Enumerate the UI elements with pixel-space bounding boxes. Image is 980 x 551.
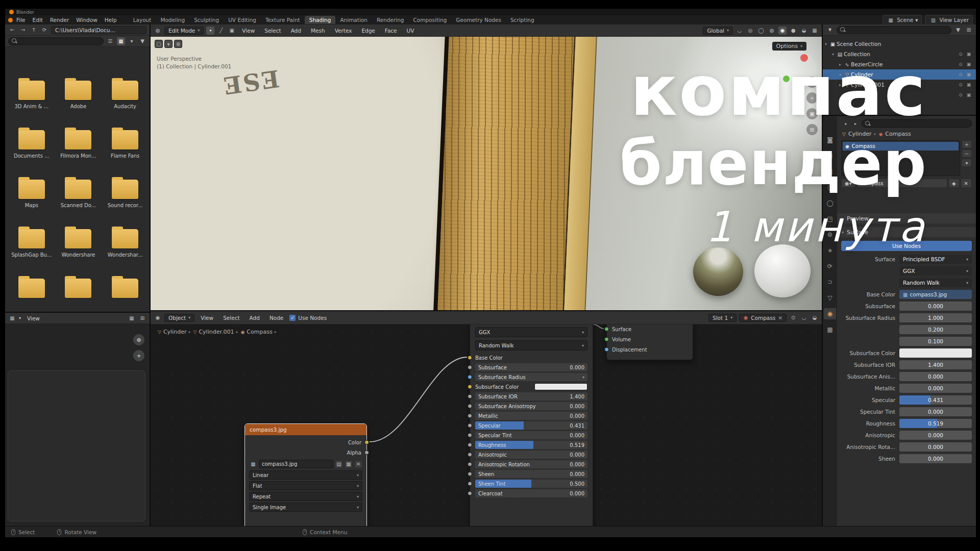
folder-item[interactable]: Scanned Do... — [55, 174, 102, 224]
unpack-icon[interactable]: ▤ — [335, 460, 343, 468]
zoom-icon[interactable]: ⊕ — [133, 334, 144, 345]
socket-dot[interactable] — [604, 347, 609, 352]
expander-icon[interactable]: ▾ — [823, 42, 829, 46]
material-name-field[interactable]: ◉ Compass ✕ — [739, 314, 787, 322]
render-visibility-icon[interactable]: ▣ — [965, 52, 973, 57]
node-input-socket[interactable]: Volume — [612, 334, 688, 344]
bsdf-property-row[interactable]: Anisotropic Rotation 0.000 ▾ — [475, 460, 587, 468]
material-property-row[interactable]: Anisotropic ▦ 0.000 ▾ — [839, 431, 972, 440]
workspace-tab[interactable]: Sculpting — [189, 16, 224, 24]
property-widget[interactable]: ▦ compass3.jpg ▾ — [899, 290, 972, 299]
menubar-menu[interactable]: File — [13, 16, 29, 23]
material-property-row[interactable]: Subsurface Radius ▦ 1.000 ▾ — [839, 313, 972, 322]
property-widget[interactable]: ▦ 1.000 ▾ — [899, 313, 972, 322]
viewport-menu[interactable]: Mesh — [307, 27, 329, 34]
refresh-icon[interactable]: ⟳ — [40, 26, 48, 34]
hide-eye-icon[interactable]: ⊙ — [957, 92, 965, 97]
texture-tab-icon[interactable]: ▦ — [824, 324, 836, 335]
workspace-tab[interactable]: Scripting — [506, 16, 539, 24]
extension-dropdown[interactable]: Repeat▾ — [249, 492, 362, 501]
render-visibility-icon[interactable]: ▣ — [965, 62, 973, 67]
workspace-tab[interactable]: Geometry Nodes — [451, 16, 506, 24]
property-widget[interactable]: ▦ 0.000 ▾ — [899, 384, 972, 393]
bsdf-property-row[interactable]: Metallic 0.000 ▾ — [475, 412, 587, 420]
node-input-socket[interactable]: Surface — [612, 324, 688, 334]
material-property-row[interactable]: ▦ Random Walk ▾ — [839, 278, 972, 287]
forward-icon[interactable]: → — [19, 26, 27, 34]
filter-icon[interactable]: ▼ — [138, 37, 146, 45]
use-nodes-checkbox[interactable]: ✓ — [289, 315, 296, 321]
socket-dot[interactable] — [468, 375, 472, 380]
node-output-socket[interactable]: Color — [250, 437, 361, 447]
sort-icon[interactable]: ▾ — [128, 37, 136, 45]
folder-item[interactable] — [8, 273, 55, 312]
property-widget[interactable]: ▦ 0.100 ▾ — [899, 337, 972, 346]
filter-icon[interactable]: ▼ — [826, 26, 834, 34]
new-collection-icon[interactable]: ⊞ — [965, 26, 973, 34]
back-icon[interactable]: ← — [8, 26, 16, 34]
socket-dot[interactable] — [604, 327, 609, 332]
socket-dot[interactable] — [468, 394, 472, 399]
menubar-menu[interactable]: Edit — [29, 16, 46, 23]
outliner-item[interactable]: ▾ ▣ Scene Collection — [823, 39, 976, 49]
material-property-row[interactable]: Surface ▦ Principled BSDF ▾ — [839, 255, 972, 264]
workspace-tab[interactable]: Rendering — [372, 16, 409, 24]
property-widget[interactable]: ▦ 0.000 ▾ — [899, 442, 972, 452]
bsdf-property-row[interactable]: Base Color ▾ — [475, 354, 587, 362]
bsdf-property-row[interactable]: Random Walk ▾ — [475, 340, 587, 350]
image-link-icon[interactable]: ▦ — [128, 314, 136, 322]
socket-dot[interactable] — [364, 450, 369, 455]
solid-shading-icon[interactable]: ◍ — [768, 27, 776, 35]
projection-dropdown[interactable]: Flat▾ — [249, 481, 362, 490]
folder-item[interactable]: Audacity — [102, 76, 149, 125]
viewport-menu[interactable]: Face — [381, 27, 401, 34]
material-tab-icon[interactable]: ◉ — [824, 308, 836, 319]
image-texture-node[interactable]: compass3.jpg Color Alpha ▦ — [244, 423, 367, 526]
vertical-list-icon[interactable]: ☰ — [106, 37, 114, 45]
shader-editor-menu[interactable]: Node — [266, 314, 287, 321]
node-input-socket[interactable]: Displacement — [612, 344, 688, 355]
physics-tab-icon[interactable]: ⟳ — [824, 261, 836, 272]
workspace-tab[interactable]: Modeling — [156, 16, 189, 24]
property-widget[interactable]: ▦ Random Walk ▾ — [899, 278, 972, 287]
slot-dropdown[interactable]: Slot 1 ▾ — [708, 314, 737, 322]
property-widget[interactable]: ▦ 0.000 ▾ — [899, 431, 972, 440]
image-icon[interactable]: ▦ — [249, 460, 257, 468]
image-editor-view-menu[interactable]: View — [23, 315, 43, 322]
thumbnail-view-icon[interactable]: ▦ — [117, 37, 125, 45]
viewport-menu[interactable]: Vertex — [331, 27, 356, 34]
socket-dot[interactable] — [468, 414, 472, 418]
menubar-menu[interactable]: Render — [46, 16, 72, 23]
folder-item[interactable]: Wondershar... — [102, 224, 149, 273]
folder-item[interactable]: Filmora Mon... — [55, 125, 102, 174]
hide-eye-icon[interactable]: ⊙ — [957, 62, 965, 67]
xray-icon[interactable]: ▦ — [811, 27, 819, 35]
bsdf-property-row[interactable]: Clearcoat 0.000 ▾ — [475, 489, 587, 497]
material-property-row[interactable]: ▦ 0.200 ▾ — [839, 325, 972, 334]
socket-dot[interactable] — [468, 453, 472, 457]
bsdf-property-row[interactable]: Anisotropic 0.000 ▾ — [475, 450, 587, 459]
bsdf-property-row[interactable]: Subsurface Color ▾ — [475, 383, 587, 391]
breadcrumb-item[interactable]: ◉ Compass ▸ — [240, 329, 276, 335]
viewport-menu[interactable]: View — [238, 27, 258, 34]
add-slot-icon[interactable]: + — [962, 140, 972, 148]
up-icon[interactable]: ↑ — [30, 26, 38, 34]
socket-dot[interactable] — [364, 440, 369, 445]
pan-hand-icon[interactable]: + — [133, 350, 144, 361]
active-tool-icon[interactable]: ▢ — [155, 40, 163, 48]
socket-dot[interactable] — [604, 337, 609, 342]
menubar-menu[interactable]: Help — [101, 16, 120, 23]
menubar-menu[interactable]: Window — [72, 16, 101, 23]
mode-dropdown[interactable]: Edit Mode ▾ — [164, 27, 204, 35]
workspace-tab[interactable]: Shading — [305, 16, 336, 24]
workspace-tab[interactable]: Compositing — [409, 16, 452, 24]
pin-icon[interactable]: ⊙ — [789, 314, 797, 322]
render-visibility-icon[interactable]: ▣ — [965, 82, 973, 87]
property-widget[interactable]: ▦ 1.400 ▾ — [899, 360, 972, 369]
source-dropdown[interactable]: Single Image▾ — [249, 503, 362, 512]
property-widget[interactable]: ▦ 0.000 ▾ — [899, 454, 972, 463]
editor-type-icon[interactable]: ◍ — [154, 27, 162, 35]
edge-select-icon[interactable]: ╱ — [217, 27, 225, 35]
file-search-input[interactable] — [8, 37, 104, 45]
options-dropdown[interactable]: Options ▾ — [772, 42, 806, 51]
